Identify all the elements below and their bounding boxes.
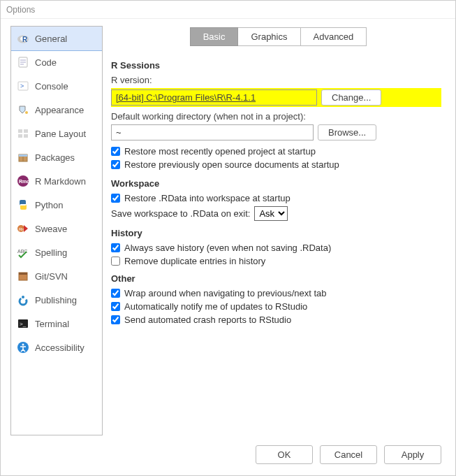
sidebar-item-sweave[interactable]: Rnw Sweave bbox=[11, 217, 102, 240]
sidebar-item-code[interactable]: Code bbox=[11, 50, 102, 74]
sidebar-item-label: Appearance bbox=[35, 105, 84, 115]
sidebar-item-python[interactable]: Python bbox=[11, 193, 102, 217]
svg-rect-13 bbox=[24, 134, 28, 138]
restore-docs-input[interactable] bbox=[111, 160, 120, 169]
defaultdir-label: Default working directory (when not in a… bbox=[111, 111, 441, 122]
document-icon bbox=[17, 56, 29, 68]
svg-rect-11 bbox=[24, 129, 28, 133]
wrap-input[interactable] bbox=[111, 289, 120, 298]
package-icon bbox=[17, 151, 29, 164]
ok-button[interactable]: OK bbox=[256, 445, 313, 464]
git-box-icon bbox=[17, 270, 29, 282]
svg-point-24 bbox=[20, 298, 27, 305]
tab-graphics[interactable]: Graphics bbox=[238, 27, 300, 46]
spelling-icon: ABC bbox=[17, 246, 29, 259]
window-title: Options bbox=[1, 1, 455, 19]
change-button[interactable]: Change... bbox=[321, 89, 381, 106]
tab-advanced[interactable]: Advanced bbox=[301, 27, 367, 46]
restore-rdata-checkbox[interactable]: Restore .RData into workspace at startup bbox=[111, 193, 441, 203]
section-history-title: History bbox=[111, 228, 441, 238]
tab-basic[interactable]: Basic bbox=[190, 27, 239, 46]
sidebar-item-label: Terminal bbox=[35, 319, 69, 329]
apply-button[interactable]: Apply bbox=[384, 445, 441, 464]
crash-input[interactable] bbox=[111, 315, 120, 324]
restore-rdata-label: Restore .RData into workspace at startup bbox=[124, 193, 290, 203]
remove-dup-label: Remove duplicate entries in history bbox=[124, 256, 265, 266]
restore-project-checkbox[interactable]: Restore most recently opened project at … bbox=[111, 146, 441, 157]
svg-text:>: > bbox=[20, 82, 24, 89]
notify-input[interactable] bbox=[111, 302, 120, 311]
accessibility-icon bbox=[17, 341, 29, 354]
svg-rect-16 bbox=[19, 154, 27, 157]
sweave-icon: Rnw bbox=[17, 222, 29, 235]
section-rsessions-title: R Sessions bbox=[111, 60, 441, 71]
wrap-checkbox[interactable]: Wrap around when navigating to previous/… bbox=[111, 288, 441, 298]
save-workspace-row: Save workspace to .RData on exit: Ask bbox=[111, 206, 441, 221]
notify-label: Automatically notify me of updates to RS… bbox=[124, 301, 307, 312]
svg-point-25 bbox=[22, 296, 24, 298]
sidebar-item-label: Console bbox=[35, 81, 68, 92]
publishing-icon bbox=[17, 294, 29, 306]
sidebar-item-label: Sweave bbox=[35, 224, 67, 234]
always-save-history-label: Always save history (even when not savin… bbox=[124, 243, 331, 253]
restore-project-label: Restore most recently opened project at … bbox=[124, 146, 316, 157]
sidebar-item-label: General bbox=[35, 34, 67, 44]
svg-rect-23 bbox=[19, 273, 27, 275]
sidebar-item-spelling[interactable]: ABC Spelling bbox=[11, 240, 102, 264]
svg-rect-12 bbox=[18, 134, 22, 138]
terminal-icon: >_ bbox=[17, 317, 29, 330]
section-workspace-title: Workspace bbox=[111, 178, 441, 189]
notify-checkbox[interactable]: Automatically notify me of updates to RS… bbox=[111, 301, 441, 312]
sidebar-item-label: Spelling bbox=[35, 247, 67, 258]
sidebar-item-publishing[interactable]: Publishing bbox=[11, 288, 102, 312]
restore-docs-checkbox[interactable]: Restore previously open source documents… bbox=[111, 159, 441, 170]
always-save-history-input[interactable] bbox=[111, 243, 120, 252]
sidebar: R General Code > Console Appear bbox=[10, 26, 103, 435]
browse-button[interactable]: Browse... bbox=[318, 124, 376, 140]
svg-text:Rmd: Rmd bbox=[19, 179, 29, 184]
rversion-value: [64-bit] C:\Program Files\R\R-4.1.1 bbox=[116, 92, 256, 103]
always-save-history-checkbox[interactable]: Always save history (even when not savin… bbox=[111, 243, 441, 253]
restore-docs-label: Restore previously open source documents… bbox=[124, 159, 339, 170]
svg-text:>_: >_ bbox=[20, 321, 27, 327]
sidebar-item-accessibility[interactable]: Accessibility bbox=[11, 336, 102, 359]
sidebar-item-terminal[interactable]: >_ Terminal bbox=[11, 312, 102, 336]
save-workspace-label: Save workspace to .RData on exit: bbox=[111, 208, 250, 219]
rversion-row: [64-bit] C:\Program Files\R\R-4.1.1 Chan… bbox=[111, 88, 441, 107]
wrap-label: Wrap around when navigating to previous/… bbox=[124, 288, 327, 298]
remove-dup-input[interactable] bbox=[111, 257, 120, 266]
cancel-button[interactable]: Cancel bbox=[320, 445, 377, 464]
remove-dup-checkbox[interactable]: Remove duplicate entries in history bbox=[111, 256, 441, 266]
restore-rdata-input[interactable] bbox=[111, 194, 120, 203]
svg-rect-10 bbox=[18, 129, 22, 133]
sidebar-item-gitsvn[interactable]: Git/SVN bbox=[11, 264, 102, 288]
sidebar-item-label: Accessibility bbox=[35, 342, 84, 353]
sidebar-item-label: Code bbox=[35, 57, 57, 68]
sidebar-item-general[interactable]: R General bbox=[10, 26, 103, 51]
rversion-input[interactable]: [64-bit] C:\Program Files\R\R-4.1.1 bbox=[111, 89, 317, 106]
layout-icon bbox=[17, 127, 29, 140]
sidebar-item-label: Python bbox=[35, 200, 63, 210]
defaultdir-input[interactable] bbox=[111, 124, 314, 140]
window-body: R General Code > Console Appear bbox=[1, 19, 455, 435]
rversion-label: R version: bbox=[111, 75, 441, 85]
sidebar-item-label: R Markdown bbox=[35, 176, 86, 187]
crash-checkbox[interactable]: Send automated crash reports to RStudio bbox=[111, 315, 441, 325]
save-workspace-select[interactable]: Ask bbox=[254, 206, 288, 221]
sidebar-item-label: Git/SVN bbox=[35, 271, 68, 282]
paint-bucket-icon bbox=[17, 103, 29, 116]
sidebar-item-appearance[interactable]: Appearance bbox=[11, 98, 102, 122]
sidebar-item-pane-layout[interactable]: Pane Layout bbox=[11, 122, 102, 145]
sidebar-item-packages[interactable]: Packages bbox=[11, 145, 102, 169]
tab-bar: Basic Graphics Advanced bbox=[111, 27, 446, 46]
section-other-title: Other bbox=[111, 273, 441, 284]
python-icon bbox=[17, 199, 29, 211]
sidebar-item-rmarkdown[interactable]: Rmd R Markdown bbox=[11, 169, 102, 193]
footer: OK Cancel Apply bbox=[1, 435, 455, 475]
crash-label: Send automated crash reports to RStudio bbox=[124, 315, 291, 325]
console-icon: > bbox=[17, 80, 29, 92]
sidebar-item-label: Pane Layout bbox=[35, 129, 86, 139]
svg-point-9 bbox=[25, 111, 28, 114]
restore-project-input[interactable] bbox=[111, 147, 120, 156]
sidebar-item-console[interactable]: > Console bbox=[11, 74, 102, 98]
